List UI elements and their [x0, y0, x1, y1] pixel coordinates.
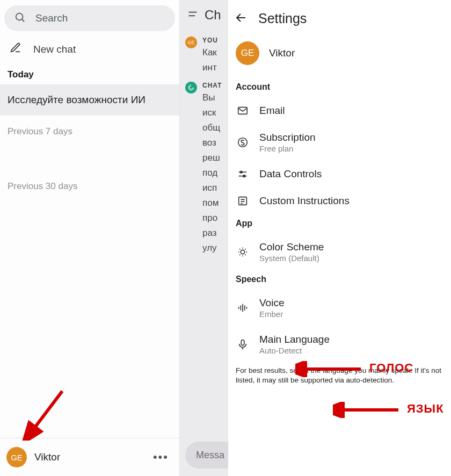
settings-panel: Settings GE Viktor Account Email Subscri… — [228, 0, 451, 476]
settings-item-color-scheme[interactable]: Color Scheme System (Default) — [228, 234, 451, 270]
email-title: Email — [259, 105, 285, 117]
search-input[interactable]: Search — [4, 5, 175, 31]
search-placeholder: Search — [35, 12, 68, 24]
microphone-icon — [236, 338, 250, 350]
menu-icon[interactable] — [187, 8, 198, 23]
group-app: App — [228, 214, 451, 234]
subscription-subtitle: Free plan — [259, 144, 316, 153]
settings-title: Settings — [258, 11, 307, 26]
voice-subtitle: Ember — [259, 309, 284, 319]
voice-title: Voice — [259, 297, 284, 309]
chat-topbar: Ch — [180, 0, 228, 30]
section-prev-7-days: Previous 7 days — [0, 116, 179, 141]
new-chat-label: New chat — [33, 44, 76, 55]
settings-item-custom-instructions[interactable]: Custom Instructions — [228, 187, 451, 214]
assistant-avatar-icon — [185, 82, 197, 93]
group-speech: Speech — [228, 270, 451, 290]
new-chat-button[interactable]: New chat — [0, 34, 179, 64]
color-scheme-title: Color Scheme — [259, 241, 324, 253]
main-language-title: Main Language — [259, 334, 330, 345]
back-arrow-icon[interactable] — [235, 11, 248, 26]
svg-point-0 — [16, 13, 23, 20]
brightness-icon — [236, 246, 250, 258]
sidebar-footer[interactable]: GE Viktor ••• — [0, 438, 179, 476]
settings-item-main-language[interactable]: Main Language Auto-Detect — [228, 326, 451, 363]
waveform-icon — [236, 302, 250, 314]
subscription-title: Subscription — [259, 132, 316, 143]
mail-icon — [236, 105, 250, 117]
composer-placeholder: Messa — [196, 450, 224, 461]
settings-avatar: GE — [236, 41, 259, 65]
data-controls-title: Data Controls — [259, 168, 322, 180]
settings-item-data-controls[interactable]: Data Controls — [228, 161, 451, 187]
note-icon — [236, 195, 250, 207]
user-avatar: GE — [6, 447, 27, 467]
settings-item-email[interactable]: Email — [228, 97, 451, 124]
color-scheme-subtitle: System (Default) — [259, 254, 324, 263]
main-language-subtitle: Auto-Detect — [259, 346, 330, 355]
subscription-icon — [236, 136, 250, 148]
chat-history-item[interactable]: Исследуйте возможности ИИ — [0, 84, 179, 116]
user-message-avatar: GE — [185, 37, 197, 48]
settings-profile-name: Viktor — [269, 47, 295, 59]
settings-profile-row[interactable]: GE Viktor — [228, 35, 451, 78]
footer-username: Viktor — [34, 451, 141, 463]
assistant-sender-label: CHAT — [202, 82, 222, 89]
speech-fine-print: For best results, select the language yo… — [228, 363, 451, 385]
svg-point-15 — [241, 250, 244, 254]
user-message-text: Как инт — [202, 45, 218, 75]
chat-column-dimmed: Ch GE YOU Как инт CHAT Вы иск общ воз ре… — [180, 0, 228, 476]
svg-point-9 — [240, 171, 242, 174]
custom-instructions-title: Custom Instructions — [259, 195, 350, 207]
settings-item-subscription[interactable]: Subscription Free plan — [228, 124, 451, 161]
svg-point-10 — [243, 175, 245, 177]
assistant-message-text: Вы иск общ воз реш под исп пом про раз у… — [202, 90, 222, 256]
user-message: GE YOU Как инт — [180, 30, 228, 75]
section-prev-30-days: Previous 30 days — [0, 170, 179, 196]
sliders-icon — [236, 168, 250, 180]
svg-rect-21 — [241, 340, 244, 345]
section-today: Today — [0, 64, 179, 84]
settings-item-voice[interactable]: Voice Ember — [228, 290, 451, 326]
user-sender-label: YOU — [202, 37, 218, 44]
chat-title-fragment: Ch — [205, 8, 221, 23]
assistant-message: CHAT Вы иск общ воз реш под исп пом про … — [180, 75, 228, 256]
group-account: Account — [228, 78, 451, 97]
more-menu-button[interactable]: ••• — [149, 448, 173, 466]
search-icon — [14, 11, 26, 26]
message-composer[interactable]: Messa — [185, 442, 228, 468]
settings-header: Settings — [228, 0, 451, 35]
chat-item-title: Исследуйте возможности ИИ — [8, 94, 146, 105]
svg-line-1 — [22, 19, 24, 21]
sidebar: Search New chat Today Исследуйте возможн… — [0, 0, 180, 476]
pencil-square-icon — [10, 42, 21, 56]
